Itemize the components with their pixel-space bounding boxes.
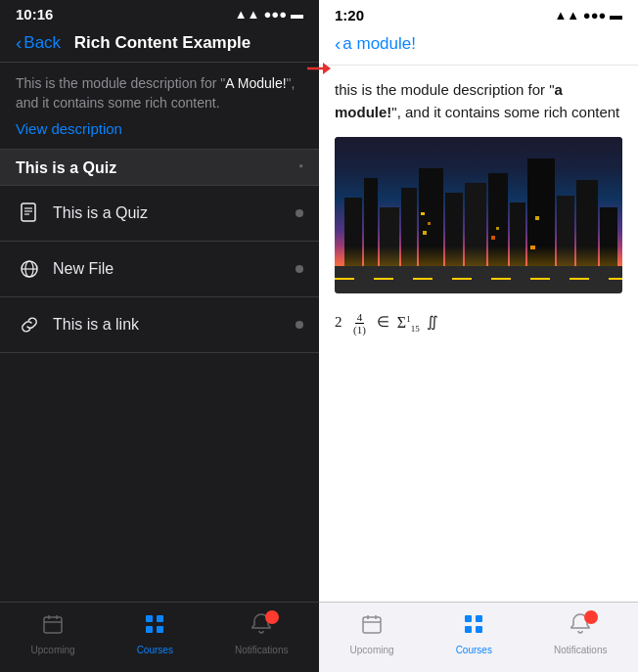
bell-icon (250, 612, 273, 642)
section-header: This is a Quiz ● (0, 149, 319, 186)
list-item-link[interactable]: This is a link (0, 297, 319, 353)
arrow-indicator (305, 55, 333, 86)
quiz-dot (296, 209, 303, 217)
city-image-inner (335, 137, 622, 293)
right-courses-label: Courses (456, 645, 492, 655)
right-status-bar: 1:20 ▲▲ ●●● ▬ (319, 0, 638, 27)
right-calendar-icon (360, 612, 384, 642)
notification-badge (265, 610, 279, 624)
right-notification-badge (584, 610, 598, 624)
link-dot (296, 321, 303, 329)
svg-marker-16 (323, 63, 331, 74)
right-courses-grid-icon (462, 612, 485, 642)
battery-icon: ▬ (291, 7, 303, 22)
section-dot: ● (298, 161, 303, 170)
courses-label: Courses (137, 645, 173, 655)
city-image (335, 137, 622, 293)
link-icon (16, 311, 43, 338)
tab-courses[interactable]: Courses (137, 612, 173, 655)
right-module-desc: this is the module description for "a mo… (335, 79, 622, 123)
svg-rect-21 (465, 615, 472, 622)
left-panel: 10:16 ▲▲ ●●● ▬ ‹ Back Rich Content Examp… (0, 0, 319, 672)
right-wifi-icon: ▲▲ ●●● ▬ (554, 8, 622, 22)
svg-rect-0 (22, 203, 35, 221)
link-label: This is a link (53, 316, 296, 334)
left-tab-bar: Upcoming Courses Notification (0, 602, 319, 672)
right-chevron-left-icon: ‹ (335, 33, 341, 55)
math-formula: 2 4 (1) ∈ Σ115 ∬ (335, 307, 622, 339)
formula-integral: ∬ (427, 314, 438, 330)
list-items: This is a Quiz New File (0, 186, 319, 602)
view-description-link[interactable]: View description (0, 116, 319, 149)
left-status-icons: ▲▲ ●●● ▬ (235, 7, 303, 22)
left-status-time: 10:16 (16, 6, 53, 22)
file-icon (16, 255, 43, 283)
right-tab-bar: Upcoming Courses Notification (319, 602, 638, 672)
file-dot (296, 265, 303, 273)
signal-icon: ●●● (263, 7, 287, 22)
formula-fraction: 4 (1) (351, 311, 368, 336)
right-tab-upcoming[interactable]: Upcoming (350, 612, 394, 655)
courses-grid-icon (143, 612, 166, 642)
right-nav-bar: ‹ a module! (319, 27, 638, 66)
left-status-bar: 10:16 ▲▲ ●●● ▬ (0, 0, 319, 26)
quiz-icon (16, 200, 43, 227)
file-label: New File (53, 260, 296, 278)
svg-rect-17 (363, 617, 381, 633)
list-item-quiz[interactable]: This is a Quiz (0, 186, 319, 242)
calendar-icon (41, 612, 65, 642)
right-tab-courses[interactable]: Courses (456, 612, 492, 655)
svg-rect-24 (476, 626, 482, 633)
right-bell-icon (569, 612, 592, 642)
svg-rect-11 (146, 615, 153, 622)
formula-sigma: Σ115 (397, 314, 420, 331)
section-header-text: This is a Quiz (16, 159, 116, 176)
svg-rect-12 (157, 615, 163, 622)
right-back-label: a module! (342, 34, 416, 54)
module-description: This is the module description for "A Mo… (0, 63, 319, 116)
svg-rect-13 (146, 626, 153, 633)
right-tab-notifications[interactable]: Notifications (554, 612, 607, 655)
formula-2: 2 (335, 314, 342, 330)
module-desc-suffix: and it contains some rich content. (16, 95, 220, 111)
left-nav-title: Rich Content Example (22, 33, 303, 53)
svg-rect-7 (44, 617, 62, 633)
right-status-time: 1:20 (335, 7, 364, 23)
module-desc-prefix: This is the module description for "A Mo… (16, 75, 295, 91)
right-panel: 1:20 ▲▲ ●●● ▬ ‹ a module! this is the mo… (319, 0, 638, 672)
upcoming-label: Upcoming (31, 645, 75, 655)
left-nav-bar: ‹ Back Rich Content Example (0, 26, 319, 63)
right-notifications-label: Notifications (554, 645, 607, 655)
module-desc-highlight: A Module! (225, 75, 286, 91)
svg-rect-14 (157, 626, 163, 633)
right-upcoming-label: Upcoming (350, 645, 394, 655)
formula-elem: ∈ (377, 314, 389, 330)
notifications-label: Notifications (235, 645, 288, 655)
list-item-file[interactable]: New File (0, 242, 319, 297)
tab-notifications[interactable]: Notifications (235, 612, 288, 655)
right-content: this is the module description for "a mo… (319, 66, 638, 602)
svg-rect-22 (476, 615, 482, 622)
right-status-icons: ▲▲ ●●● ▬ (554, 6, 622, 23)
road (335, 266, 622, 293)
svg-rect-23 (465, 626, 472, 633)
right-back-button[interactable]: ‹ a module! (335, 33, 622, 55)
quiz-label: This is a Quiz (53, 204, 296, 222)
wifi-icon: ▲▲ (235, 7, 260, 22)
right-module-highlight: a module! (335, 81, 563, 120)
tab-upcoming[interactable]: Upcoming (31, 612, 75, 655)
